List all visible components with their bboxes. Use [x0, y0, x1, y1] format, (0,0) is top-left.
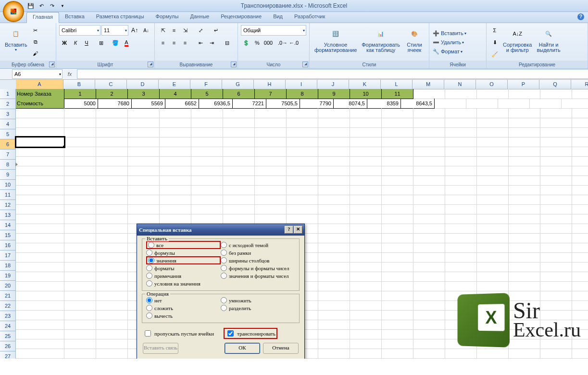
cell-Q8[interactable]: [540, 156, 572, 166]
column-header-D[interactable]: D: [127, 80, 159, 89]
cell-O24[interactable]: [477, 310, 509, 320]
cell-B20[interactable]: [64, 272, 96, 282]
tab-view[interactable]: Вид: [267, 12, 288, 23]
cell-O18[interactable]: [477, 252, 509, 262]
cell-C4[interactable]: [96, 118, 128, 128]
cell-P27[interactable]: [509, 339, 540, 349]
underline-icon[interactable]: Ч: [81, 38, 92, 48]
cell-A16[interactable]: [16, 233, 64, 243]
cell-Q17[interactable]: [540, 243, 572, 253]
cell-J17[interactable]: [318, 243, 350, 253]
cell-L8[interactable]: [382, 156, 413, 166]
cell-B8[interactable]: [64, 156, 96, 166]
cell-D5[interactable]: [128, 127, 160, 138]
cell-M27[interactable]: [413, 339, 445, 349]
insert-cells-button[interactable]: ➕Вставить▾: [432, 29, 466, 37]
row-header-19[interactable]: 19: [0, 271, 16, 281]
cell-J19[interactable]: [318, 262, 350, 272]
cell-B2[interactable]: 5000: [64, 99, 98, 109]
cell-Q7[interactable]: [540, 147, 572, 157]
cell-F4[interactable]: [191, 118, 223, 128]
cell-N22[interactable]: [445, 291, 477, 301]
cell-K20[interactable]: [350, 272, 382, 282]
cell-K5[interactable]: [350, 127, 382, 138]
cell-N11[interactable]: [445, 185, 477, 195]
row-header-23[interactable]: 23: [0, 311, 16, 321]
cell-L27[interactable]: [382, 339, 413, 349]
cell-O10[interactable]: [477, 175, 509, 186]
cell-O15[interactable]: [477, 224, 509, 234]
cell-Q2[interactable]: [562, 99, 588, 109]
cell-N29[interactable]: [445, 358, 477, 359]
cell-I2[interactable]: 7790: [300, 99, 334, 109]
cell-L26[interactable]: [382, 329, 413, 339]
cell-H13[interactable]: [255, 204, 287, 214]
cell-N14[interactable]: [445, 214, 477, 224]
cell-M11[interactable]: [413, 185, 445, 195]
cell-K10[interactable]: [350, 175, 382, 186]
cell-A4[interactable]: [16, 118, 64, 128]
format-cells-button[interactable]: 🔧Формат▾: [432, 48, 463, 55]
cell-A1[interactable]: Номер Заказа: [16, 89, 64, 99]
row-header-27[interactable]: 27: [0, 351, 16, 359]
cell-O6[interactable]: [477, 137, 509, 147]
cell-P21[interactable]: [509, 281, 540, 291]
cell-P3[interactable]: [509, 108, 540, 118]
cell-A10[interactable]: [16, 175, 64, 186]
grow-font-icon[interactable]: A↑: [129, 25, 140, 36]
cell-M24[interactable]: [413, 310, 445, 320]
row-header-12[interactable]: 12: [0, 200, 16, 210]
cell-N28[interactable]: [445, 349, 477, 359]
cell-L7[interactable]: [382, 147, 413, 157]
cell-R21[interactable]: [572, 281, 588, 291]
cell-B3[interactable]: [64, 108, 96, 118]
cell-C18[interactable]: [96, 252, 128, 262]
cell-Q6[interactable]: [540, 137, 572, 147]
radio-paste-noborder[interactable]: без рамки: [221, 250, 295, 256]
increase-decimal-icon[interactable]: .0→: [277, 38, 288, 48]
cell-C28[interactable]: [96, 349, 128, 359]
cell-K2[interactable]: 8359: [367, 99, 401, 109]
cell-R13[interactable]: [572, 204, 588, 214]
cell-N6[interactable]: [445, 137, 477, 147]
tab-formulas[interactable]: Формулы: [150, 12, 185, 23]
cell-P15[interactable]: [509, 224, 540, 234]
cell-C25[interactable]: [96, 320, 128, 330]
cell-B14[interactable]: [64, 214, 96, 224]
row-header-6[interactable]: 6: [0, 139, 16, 150]
wrap-text-icon[interactable]: ↵: [211, 25, 221, 36]
find-select-button[interactable]: 🔍Найти и выделить: [535, 25, 562, 54]
cell-A26[interactable]: [16, 329, 64, 339]
cell-H12[interactable]: [255, 195, 287, 205]
cell-P23[interactable]: [509, 300, 540, 311]
number-format-combo[interactable]: Общий▾: [241, 25, 306, 36]
cell-G4[interactable]: [223, 118, 255, 128]
cell-K25[interactable]: [350, 320, 382, 330]
column-header-J[interactable]: J: [317, 80, 349, 89]
office-button[interactable]: [3, 1, 24, 22]
radio-op-none[interactable]: нет: [146, 297, 221, 303]
cell-D7[interactable]: [128, 147, 160, 157]
cell-G14[interactable]: [223, 214, 255, 224]
cell-R5[interactable]: [572, 127, 588, 138]
cell-Q15[interactable]: [540, 224, 572, 234]
cell-C6[interactable]: [96, 137, 128, 147]
cell-E10[interactable]: [160, 175, 191, 186]
cell-C5[interactable]: [96, 127, 128, 138]
cell-L25[interactable]: [382, 320, 413, 330]
cell-R16[interactable]: [572, 233, 588, 243]
cell-M7[interactable]: [413, 147, 445, 157]
cell-P29[interactable]: [509, 358, 540, 359]
cell-P1[interactable]: [509, 89, 540, 99]
cell-E11[interactable]: [160, 185, 191, 195]
cell-N21[interactable]: [445, 281, 477, 291]
radio-paste-colwidth[interactable]: ширины столбцов: [221, 257, 295, 263]
cell-H5[interactable]: [255, 127, 287, 138]
cell-C11[interactable]: [96, 185, 128, 195]
cell-J4[interactable]: [318, 118, 350, 128]
cell-E1[interactable]: 4: [160, 89, 191, 99]
cell-A21[interactable]: [16, 281, 64, 291]
radio-paste-theme[interactable]: с исходной темой: [221, 242, 295, 248]
cell-I9[interactable]: [287, 166, 318, 176]
cell-H1[interactable]: 7: [255, 89, 287, 99]
